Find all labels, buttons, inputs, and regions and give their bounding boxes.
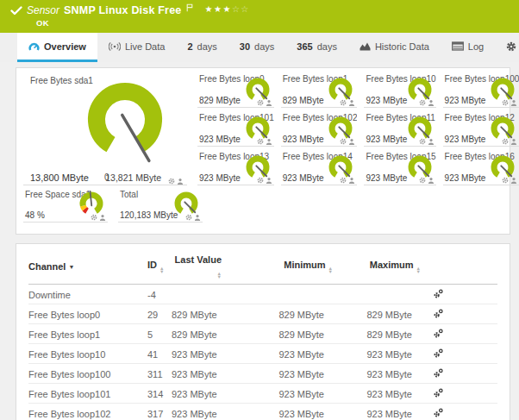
gear-icon[interactable] [419,99,426,106]
gear-icon[interactable] [91,214,97,221]
col-header-id[interactable]: ID▲▼ [147,254,172,285]
channel-settings-icon[interactable] [433,367,444,379]
user-icon[interactable] [428,138,435,145]
live-icon [109,41,121,52]
maximum-cell: 923 MByte [333,344,421,364]
maximum-cell: 829 MByte [333,304,421,324]
gear-icon[interactable] [419,138,426,145]
user-icon[interactable] [194,214,201,221]
tab-historic-data[interactable]: Historic Data [348,33,441,62]
small-gauge-tile[interactable]: Free Bytes loop14923 MByte [281,151,358,185]
table-row[interactable]: Free Bytes loop1041923 MByte923 MByte923… [28,344,497,364]
small-gauge-tile[interactable]: Free Bytes loop15923 MByte [364,151,435,185]
gear-icon[interactable] [257,177,264,184]
tab-settings[interactable]: Settings [495,33,519,62]
channel-actions-cell [421,364,497,384]
gear-icon[interactable] [340,99,347,106]
channel-actions-cell [421,304,497,324]
small-gauge-tile[interactable]: Free Bytes loop102923 MByte [281,112,358,147]
tile-action-icons [168,178,184,185]
channel-name-cell: Free Bytes loop102 [28,404,147,420]
last-value-cell: 829 MByte [172,304,222,324]
user-icon[interactable] [99,214,106,221]
tile-action-icons [257,99,272,106]
main-gauge-tile[interactable]: Free Bytes sda1 13,800 MByte 0 13,821 MB… [23,73,187,185]
tab-2-days[interactable]: 2days [176,33,228,62]
user-icon[interactable] [510,177,517,184]
col-label: ID [147,260,157,270]
user-icon[interactable] [348,99,355,106]
tab-30-days[interactable]: 30days [228,33,286,62]
flag-icon[interactable] [186,3,193,12]
channel-settings-icon[interactable] [433,308,444,319]
table-row[interactable]: Free Bytes loop100311923 MByte923 MByte9… [28,364,497,384]
small-gauge-tile[interactable]: Free Bytes loop100923 MByte [443,73,519,108]
tab-live-data[interactable]: Live Data [97,33,176,62]
sensor-title: SNMP Linux Disk Free [64,4,181,16]
channel-settings-icon[interactable] [433,387,444,398]
gear-icon[interactable] [419,177,426,184]
bottom-gauge-tile[interactable]: Free Space sda148 % [23,189,108,223]
minimum-cell: 923 MByte [222,364,333,384]
col-header-maximum[interactable]: Maximum▲▼ [333,254,421,285]
channel-name-cell: Free Bytes loop1 [28,324,147,344]
gauge-top-row: Free Bytes sda1 13,800 MByte 0 13,821 MB… [23,73,503,185]
gear-icon[interactable] [502,177,509,184]
prtg-sensor-page: Sensor SNMP Linux Disk Free ★★★☆☆ OK Ove… [0,0,519,420]
bottom-gauge-tile[interactable]: Total120,183 MByte [118,189,203,223]
user-icon[interactable] [510,138,517,145]
table-row[interactable]: Free Bytes loop15829 MByte829 MByte829 M… [28,324,497,344]
channel-settings-icon[interactable] [433,348,444,359]
tile-action-icons [340,99,355,106]
small-gauge-tile[interactable]: Free Bytes loop10923 MByte [364,73,435,108]
col-header-last-value[interactable]: Last Value▲▼ [172,254,222,285]
gear-icon[interactable] [502,138,509,145]
user-icon[interactable] [428,99,435,106]
channel-settings-icon[interactable] [433,288,444,299]
small-gauge-tile[interactable]: Free Bytes loop16923 MByte [443,151,519,185]
tab-overview[interactable]: Overview [17,33,97,62]
gear-icon[interactable] [340,177,347,184]
small-gauge-tile[interactable]: Free Bytes loop0829 MByte [197,73,274,108]
channel-settings-icon[interactable] [433,328,444,339]
tab-label: Overview [44,41,86,52]
small-gauge-tile[interactable]: Free Bytes loop13923 MByte [197,151,274,185]
user-icon[interactable] [266,99,272,106]
col-header-channel[interactable]: Channel▼ [28,254,147,285]
col-header-minimum[interactable]: Minimum▲▼ [222,254,333,285]
user-icon[interactable] [266,138,272,145]
table-row[interactable]: Free Bytes loop029829 MByte829 MByte829 … [28,304,497,324]
channel-settings-icon[interactable] [433,407,444,418]
user-icon[interactable] [348,177,355,184]
priority-stars[interactable]: ★★★☆☆ [204,4,249,14]
gauge-value: 923 MByte [445,135,486,144]
minimum-cell: 923 MByte [222,404,333,420]
small-gauge-tile[interactable]: Free Bytes loop11923 MByte [364,112,435,147]
gear-icon[interactable] [185,214,192,221]
gear-icon[interactable] [257,99,264,106]
small-gauge-tile[interactable]: Free Bytes loop12923 MByte [443,112,519,147]
tab-log[interactable]: Log [441,33,495,62]
gear-icon[interactable] [502,99,509,106]
last-value-cell: 829 MByte [172,324,222,344]
gear-icon[interactable] [340,138,347,145]
channel-table: Channel▼ ID▲▼ Last Value▲▼ Minimum▲▼ Max… [28,254,497,420]
user-icon[interactable] [510,99,517,106]
table-row[interactable]: Free Bytes loop101314923 MByte923 MByte9… [28,384,497,404]
gear-icon[interactable] [257,138,264,145]
channel-actions-cell [421,285,497,304]
sensor-header: Sensor SNMP Linux Disk Free ★★★☆☆ OK [0,0,519,33]
last-value-cell: 923 MByte [172,404,222,420]
user-icon[interactable] [428,177,435,184]
table-row[interactable]: Downtime-4 [28,285,497,304]
tab-365-days[interactable]: 365days [285,33,348,62]
table-row[interactable]: Free Bytes loop102317923 MByte923 MByte9… [28,404,497,420]
user-icon[interactable] [348,138,355,145]
user-icon[interactable] [266,177,272,184]
small-gauge-tile[interactable]: Free Bytes loop1829 MByte [281,73,358,108]
gear-icon[interactable] [168,178,175,185]
user-icon[interactable] [177,178,184,185]
small-gauge-tile[interactable]: Free Bytes loop101923 MByte [197,112,274,147]
maximum-cell [333,285,421,304]
tile-action-icons [502,138,517,145]
